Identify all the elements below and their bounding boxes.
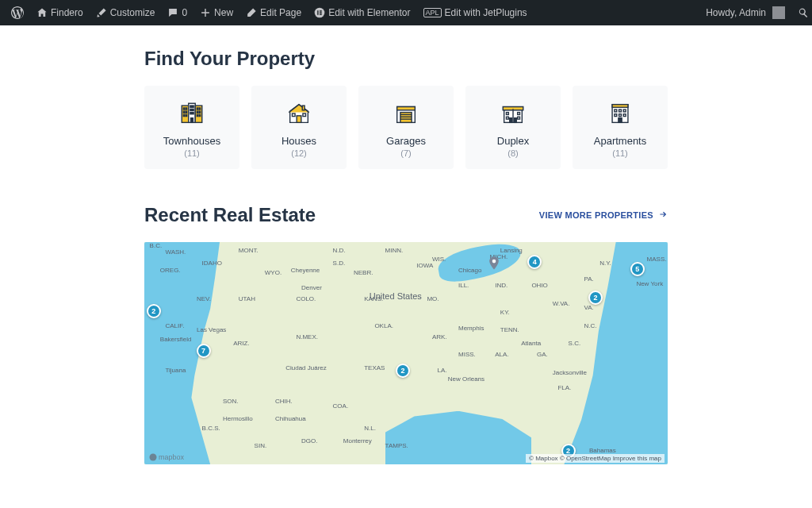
my-account-link[interactable]: Howdy, Admin: [699, 0, 791, 25]
view-more-label: VIEW MORE PROPERTIES: [539, 210, 653, 220]
svg-rect-22: [197, 111, 197, 113]
map-cluster-pin[interactable]: 7: [197, 344, 211, 358]
map-region-label: CALIF.: [165, 322, 184, 329]
map-region-label: MO.: [427, 295, 439, 302]
map-region-label: Ciudad Juárez: [285, 364, 327, 371]
wp-logo[interactable]: [5, 0, 30, 25]
map-region-label: Monterrey: [343, 437, 372, 444]
map-region-label: W.VA.: [553, 300, 570, 307]
svg-rect-21: [199, 108, 200, 110]
apartment-icon: [579, 100, 661, 127]
category-garages[interactable]: Garages (7): [358, 86, 454, 169]
map-region-label: Hermosillo: [223, 415, 253, 422]
map-region-label: New Orleans: [448, 375, 485, 383]
adminbar-search[interactable]: [791, 0, 807, 25]
map-region-label: PA.: [584, 275, 593, 283]
garage-icon: [365, 100, 447, 127]
map-region-label: TENN.: [500, 326, 519, 333]
svg-rect-25: [199, 114, 200, 116]
map-region-label: Bahamas: [589, 447, 616, 454]
svg-rect-15: [193, 106, 193, 107]
category-name: Duplex: [472, 135, 554, 147]
map-region-label: Tijuana: [165, 367, 186, 374]
edit-elementor-link[interactable]: Edit with Elementor: [308, 0, 416, 25]
map-region-label: Chihuahua: [275, 415, 306, 422]
map-cluster-pin[interactable]: 2: [588, 291, 603, 305]
comments-count: 0: [182, 7, 187, 18]
map-region-label: VA.: [584, 304, 593, 311]
avatar-icon: [772, 6, 785, 19]
category-duplex[interactable]: Duplex (8): [465, 86, 561, 169]
svg-rect-42: [514, 118, 516, 123]
map-cluster-pin[interactable]: 2: [147, 304, 161, 318]
map-cluster-pin[interactable]: 2: [396, 364, 410, 378]
category-count: (8): [472, 148, 554, 158]
svg-rect-17: [193, 109, 193, 110]
duplex-icon: [472, 100, 554, 127]
map-cluster-pin[interactable]: 4: [527, 255, 542, 269]
map-region-label: SON.: [223, 398, 239, 405]
mapbox-logo-text: mapbox: [159, 453, 184, 461]
map-region-label: ARIZ.: [233, 340, 249, 347]
wordpress-icon: [11, 6, 24, 19]
edit-page-link[interactable]: Edit Page: [239, 0, 308, 25]
svg-rect-53: [619, 118, 622, 123]
map-marker[interactable]: [488, 256, 500, 271]
map-region-label: N.C.: [584, 322, 596, 329]
map-region-label: New York: [636, 280, 663, 287]
new-link[interactable]: New: [193, 0, 239, 25]
recent-title: Recent Real Estate: [144, 204, 316, 226]
svg-rect-18: [190, 113, 191, 114]
map-credits[interactable]: © Mapbox © OpenStreetMap Improve this ma…: [526, 454, 665, 463]
comment-icon: [167, 7, 178, 18]
view-more-link[interactable]: VIEW MORE PROPERTIES: [539, 210, 668, 221]
map-region-label: MINN.: [385, 247, 404, 254]
wp-admin-bar: Findero Customize 0 New Edit Page Edit w…: [0, 0, 812, 25]
category-name: Garages: [365, 135, 447, 147]
map-region-label: COLO.: [296, 295, 316, 302]
map-region-label: TAMPS.: [385, 442, 408, 449]
svg-rect-2: [320, 10, 322, 11]
properties-map[interactable]: United States WASH.MONT.N.D.MINN.WIS.MIC…: [144, 242, 668, 464]
site-name-link[interactable]: Findero: [30, 0, 90, 25]
jetplugins-icon: APL: [423, 8, 442, 17]
map-region-label: CHIH.: [275, 398, 293, 405]
svg-rect-9: [186, 108, 186, 110]
svg-rect-16: [190, 109, 191, 110]
category-townhouses[interactable]: Townhouses (11): [144, 86, 239, 169]
map-region-label: WYO.: [265, 269, 282, 276]
map-region-label: Chicago: [458, 267, 481, 274]
new-label: New: [214, 7, 233, 18]
customize-link[interactable]: Customize: [90, 0, 162, 25]
category-count: (12): [258, 148, 340, 158]
arrow-right-icon: [658, 210, 668, 221]
category-name: Townhouses: [151, 135, 233, 147]
mapbox-logo[interactable]: mapbox: [149, 453, 184, 461]
category-count: (11): [579, 148, 661, 158]
category-apartments[interactable]: Apartments (11): [573, 86, 668, 169]
category-count: (11): [151, 148, 233, 158]
map-region-label: IDAHO: [202, 260, 222, 267]
map-region-label: B.C.: [150, 242, 163, 249]
map-cluster-pin[interactable]: 5: [630, 262, 645, 276]
map-region-label: Las Vegas: [197, 326, 226, 333]
comments-link[interactable]: 0: [161, 0, 193, 25]
category-houses[interactable]: Houses (12): [251, 86, 347, 169]
category-name: Apartments: [579, 135, 661, 147]
edit-jetplugins-link[interactable]: APL Edit with JetPlugins: [417, 0, 534, 25]
home-icon: [36, 7, 48, 18]
map-region-label: KY.: [500, 309, 510, 316]
svg-rect-26: [191, 118, 193, 123]
map-region-label: ARK.: [432, 333, 447, 341]
map-region-label: LA.: [438, 367, 447, 374]
map-region-label: Cheyenne: [291, 267, 320, 274]
site-name-label: Findero: [51, 7, 83, 18]
category-list: Townhouses (11) Houses (12) Garages (7) …: [144, 86, 668, 169]
svg-rect-14: [190, 106, 191, 107]
map-region-label: N.D.: [333, 247, 346, 254]
map-region-label: IOWA: [416, 262, 433, 269]
map-region-label: MONT.: [239, 247, 259, 254]
edit-elementor-label: Edit with Elementor: [328, 7, 410, 18]
adminbar-left: Findero Customize 0 New Edit Page Edit w…: [5, 0, 534, 25]
map-region-label: N.L.: [364, 425, 376, 432]
